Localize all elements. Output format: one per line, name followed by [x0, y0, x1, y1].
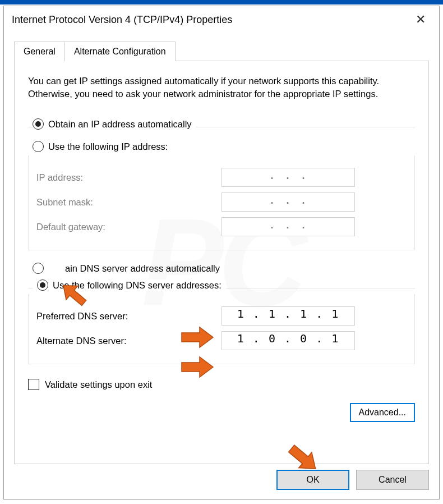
tab-alternate-configuration[interactable]: Alternate Configuration [65, 42, 176, 61]
validate-settings-label: Validate settings upon exit [45, 379, 152, 390]
radio-obtain-dns-auto[interactable] [33, 263, 44, 274]
radio-obtain-ip-auto[interactable] [33, 118, 44, 130]
ip-address-input: . . . [222, 168, 355, 187]
subnet-mask-input: . . . [222, 193, 355, 212]
default-gateway-input: . . . [222, 217, 355, 236]
preferred-dns-input[interactable]: 1 . 1 . 1 . 1 [222, 306, 355, 326]
description-text: You can get IP settings assigned automat… [28, 75, 415, 100]
validate-settings-checkbox[interactable] [28, 379, 39, 390]
preferred-dns-label: Preferred DNS server: [36, 311, 222, 322]
tab-general[interactable]: General [14, 42, 65, 61]
validate-settings-row: Validate settings upon exit [28, 379, 415, 390]
dialog-window: Internet Protocol Version 4 (TCP/IPv4) P… [3, 6, 440, 500]
radio-use-following-ip[interactable] [33, 141, 44, 152]
tabs: General Alternate Configuration [14, 40, 429, 61]
radio-use-following-dns-label: Use the following DNS server addresses: [53, 280, 222, 291]
subnet-mask-label: Subnet mask: [36, 197, 222, 208]
titlebar: Internet Protocol Version 4 (TCP/IPv4) P… [4, 6, 439, 32]
ip-address-group: Obtain an IP address automatically Use t… [28, 118, 415, 250]
ok-button[interactable]: OK [276, 470, 349, 490]
close-icon[interactable]: ✕ [410, 11, 431, 28]
ip-address-label: IP address: [36, 172, 222, 183]
radio-obtain-ip-auto-label: Obtain an IP address automatically [48, 119, 192, 130]
alternate-dns-input[interactable]: 1 . 0 . 0 . 1 [222, 331, 355, 350]
window-title: Internet Protocol Version 4 (TCP/IPv4) P… [12, 14, 232, 26]
cancel-button[interactable]: Cancel [356, 470, 429, 490]
tab-panel-general: PC You can get IP settings assigned auto… [14, 61, 429, 464]
dns-server-group: ain DNS server address automatically Use… [28, 263, 415, 364]
radio-use-following-ip-label: Use the following IP address: [48, 141, 168, 152]
advanced-button[interactable]: Advanced... [350, 403, 416, 422]
radio-use-following-dns[interactable] [37, 280, 48, 291]
radio-obtain-dns-auto-label: ain DNS server address automatically [65, 263, 220, 274]
dialog-buttons: OK Cancel [276, 470, 429, 490]
alternate-dns-label: Alternate DNS server: [36, 336, 222, 346]
default-gateway-label: Default gateway: [36, 222, 222, 232]
